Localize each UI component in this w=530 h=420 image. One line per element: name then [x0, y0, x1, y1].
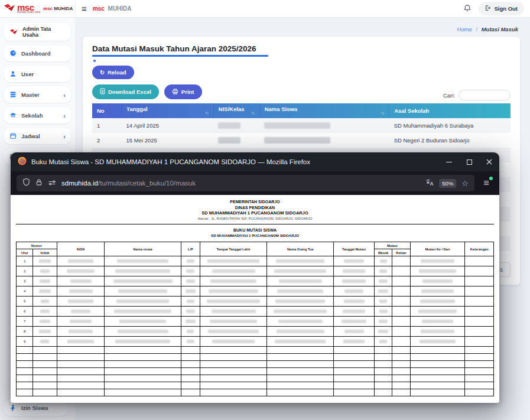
close-button[interactable] — [479, 152, 499, 171]
browser-viewport: PEMERINTAH SIDOARJO DINAS PENDIDIKAN SD … — [11, 195, 499, 403]
redacted-cell — [113, 279, 173, 283]
sort-icon: ↑↓ — [381, 110, 384, 116]
sidebar-item-sekolah[interactable]: Sekolah ‹ — [4, 108, 71, 123]
breadcrumb-home-link[interactable]: Home — [457, 26, 472, 32]
redacted-cell — [40, 269, 49, 273]
buku-data-row: 7 — [17, 317, 494, 327]
buku-mutasi-table: Nomor NISN Nama siswa L/P Tempat Tanggal… — [16, 242, 494, 396]
table-row: 114 April 2025SD Muhammadiyah 6 Surabaya — [92, 118, 511, 133]
sign-out-button[interactable]: Sign Out — [479, 2, 524, 15]
redacted-cell — [117, 259, 168, 263]
doc-school-name: SD MUHAMMADIYAH 1 PUCANGANOM SIDOARJO — [11, 210, 499, 216]
header-tempat-tanggal-lahir: Tempat Tanggal Lahir — [200, 242, 267, 256]
redacted-cell — [212, 269, 255, 273]
url-bar[interactable]: sdmuhida.id/tu/mutasi/cetak_buku/10/masu… — [17, 175, 474, 191]
redacted-cell — [379, 320, 388, 323]
minimize-icon — [446, 162, 452, 162]
sidebar-toggle-icon[interactable]: ≡ — [82, 4, 87, 13]
chevron-left-icon: ‹ — [63, 92, 66, 99]
reload-button[interactable]: ↻ Reload — [92, 66, 134, 79]
breadcrumb: Home / Mutasi Masuk — [457, 26, 518, 32]
search-label: Cari: — [443, 92, 455, 99]
graduation-cap-icon — [9, 112, 17, 120]
redacted-cell — [68, 259, 93, 263]
redacted-cell — [343, 340, 365, 343]
redacted-cell — [67, 340, 94, 343]
header-masuk: Masuk — [374, 249, 392, 256]
download-excel-button[interactable]: Download Excel — [92, 84, 159, 99]
sidebar-profile-card[interactable]: Admin Tata Usaha — [4, 23, 71, 41]
mutasi-table-header: No Tanggal↑↓ NIS/Kelas↑↓ Nama Siswa↑↓ As… — [92, 103, 511, 118]
sidebar-item-user[interactable]: User — [4, 66, 71, 82]
logo-wordmark: msc — [17, 4, 40, 11]
doc-department-line: DINAS PENDIDIKAN — [11, 205, 499, 211]
update-available-dot — [489, 177, 493, 180]
window-controls — [439, 152, 499, 171]
redacted-cell — [69, 330, 93, 333]
redacted-cell — [68, 299, 94, 303]
app-logo[interactable]: msc Muhida Smart Card msc MUHIDA — [0, 0, 76, 17]
header-mutasi: Mutasi — [374, 242, 410, 249]
redacted-cell — [40, 320, 50, 323]
notifications-bell-icon[interactable] — [464, 4, 471, 14]
redacted-cell — [186, 310, 195, 313]
sidebar-item-jadwal[interactable]: Jadwal ‹ — [4, 128, 71, 144]
column-header-tanggal[interactable]: Tanggal↑↓ — [122, 103, 214, 118]
redacted-cell — [275, 340, 326, 343]
maximize-button[interactable] — [459, 152, 479, 171]
redacted-cell — [379, 279, 388, 283]
buku-empty-row — [17, 382, 494, 389]
svg-text:A: A — [430, 181, 434, 186]
redacted-cell — [276, 259, 324, 263]
redacted-nis — [218, 122, 240, 129]
redacted-cell — [379, 299, 387, 303]
minimize-button[interactable] — [439, 152, 459, 171]
buku-data-row: 8 — [17, 327, 494, 337]
redacted-cell — [39, 330, 51, 333]
header-nama-orang-tua: Nama Orang Tua — [267, 242, 334, 256]
sidebar-item-master[interactable]: Master ‹ — [4, 87, 71, 103]
doc-title: BUKU MUTASI SISWA — [11, 227, 499, 233]
doc-subtitle: SD MUHAMMADIYAH 1 PUCANGANOM SIDOARJO — [11, 233, 499, 238]
chevron-left-icon: ‹ — [63, 133, 66, 140]
redacted-cell — [209, 289, 258, 293]
redacted-cell — [418, 310, 456, 313]
lock-icon — [35, 178, 43, 188]
redacted-cell — [115, 340, 170, 343]
redacted-cell — [208, 330, 259, 333]
column-header-nis-kelas[interactable]: NIS/Kelas↑↓ — [213, 103, 259, 118]
redacted-cell — [342, 320, 366, 323]
bookmark-star-icon[interactable]: ☆ — [461, 179, 469, 188]
search-input[interactable] — [459, 90, 511, 100]
buku-table-body: 123456789 — [17, 256, 494, 396]
redacted-cell — [378, 330, 388, 333]
app-menu-button[interactable]: ≡ — [478, 178, 495, 188]
column-header-nama-siswa[interactable]: Nama Siswa↑↓ — [259, 103, 389, 118]
column-header-no[interactable]: No — [92, 103, 122, 118]
buku-empty-row — [17, 375, 494, 382]
column-header-asal-sekolah[interactable]: Asal Sekolah — [389, 103, 511, 118]
redacted-cell — [379, 269, 387, 273]
redacted-cell — [40, 279, 50, 283]
redacted-cell — [41, 299, 49, 303]
redacted-cell — [70, 320, 92, 323]
redacted-cell — [186, 320, 195, 323]
menu-hamburger-icon: ≡ — [483, 178, 489, 188]
zoom-level-badge[interactable]: 50% — [439, 179, 456, 188]
buku-data-row: 4 — [17, 286, 494, 297]
translate-icon[interactable]: A — [425, 178, 434, 188]
redacted-cell — [279, 279, 322, 283]
redacted-cell — [40, 310, 50, 313]
buku-data-row: 6 — [17, 307, 494, 317]
redacted-cell — [115, 269, 171, 273]
redacted-cell — [40, 340, 49, 343]
header-lp: L/P — [181, 242, 200, 256]
calendar-icon — [9, 132, 17, 141]
redacted-cell — [186, 289, 196, 293]
doc-government-line: PEMERINTAH SIDOARJO — [11, 199, 499, 205]
firefox-titlebar[interactable]: Buku Mutasi Siswa - SD MUHAMMADIYAH 1 PU… — [11, 152, 499, 171]
print-button[interactable]: Print — [164, 84, 202, 99]
sort-icon: ↑↓ — [251, 110, 255, 116]
redacted-cell — [118, 289, 167, 293]
sidebar-item-dashboard[interactable]: Dashboard — [4, 45, 71, 61]
